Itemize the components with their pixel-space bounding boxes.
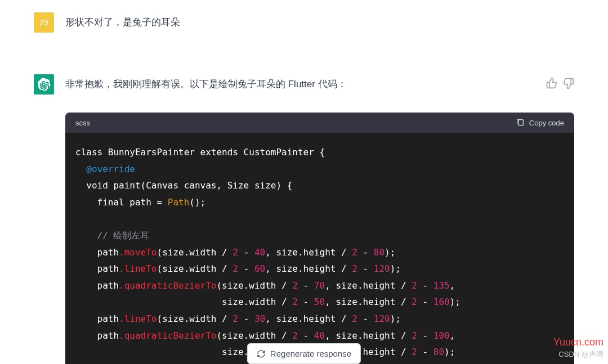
code-content[interactable]: class BunnyEarsPainter extends CustomPai… <box>65 133 574 364</box>
svg-rect-0 <box>518 120 523 126</box>
watermark-brand: Yuucn.com <box>553 336 603 348</box>
thumbs-down-icon[interactable] <box>563 78 574 89</box>
clipboard-icon <box>516 118 525 127</box>
user-avatar-text: 29 <box>39 18 48 27</box>
refresh-icon <box>257 349 266 358</box>
assistant-message-text: 非常抱歉，我刚刚理解有误。以下是绘制兔子耳朵的 Flutter 代码： <box>65 74 535 92</box>
user-avatar: 29 <box>34 12 54 33</box>
user-message-row: 29 形状不对了，是兔子的耳朵 <box>0 6 608 39</box>
assistant-avatar <box>34 74 54 95</box>
regenerate-label: Regenerate response <box>270 349 351 358</box>
regenerate-button[interactable]: Regenerate response <box>247 343 361 364</box>
openai-logo-icon <box>37 78 51 91</box>
copy-code-label: Copy code <box>529 119 564 127</box>
watermark-csdn: CSDN @声网 <box>558 349 603 359</box>
copy-code-button[interactable]: Copy code <box>516 118 564 127</box>
code-header: scss Copy code <box>65 113 574 133</box>
code-language-label: scss <box>75 119 90 127</box>
thumbs-up-icon[interactable] <box>546 78 557 89</box>
message-actions <box>546 74 574 89</box>
code-block: scss Copy code class BunnyEarsPainter ex… <box>65 113 574 364</box>
user-message-text: 形状不对了，是兔子的耳朵 <box>65 12 574 30</box>
assistant-message-row: 非常抱歉，我刚刚理解有误。以下是绘制兔子耳朵的 Flutter 代码： <box>0 68 608 101</box>
